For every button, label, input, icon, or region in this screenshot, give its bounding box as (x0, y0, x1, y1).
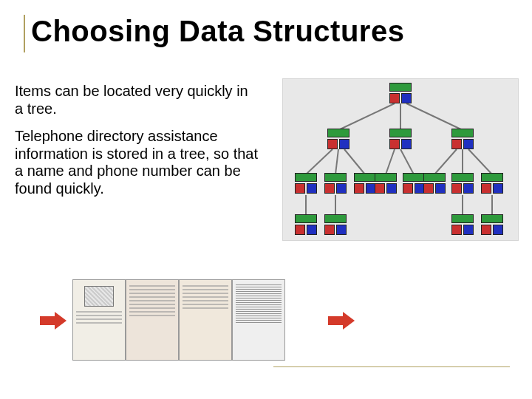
document-thumbnails (72, 279, 285, 361)
svg-line-2 (406, 103, 463, 130)
tree-node-icon (479, 214, 505, 236)
tree-node-icon (293, 173, 319, 195)
red-arrow-icon (328, 312, 355, 330)
tree-node-icon (325, 129, 352, 151)
tree-node-icon (387, 83, 414, 105)
tree-node-icon (479, 173, 505, 195)
paragraph-2: Telephone directory assistance informati… (15, 128, 259, 197)
tree-node-icon (449, 173, 476, 195)
svg-line-4 (335, 149, 338, 174)
tree-node-icon (293, 214, 319, 236)
body-copy: Items can be located very quickly in a t… (15, 83, 259, 208)
footer-rule (273, 366, 510, 367)
tree-node-icon (322, 173, 349, 195)
tree-node-icon (387, 129, 414, 151)
svg-line-6 (386, 149, 395, 174)
tree-node-icon (421, 173, 448, 195)
red-arrow-icon (40, 312, 66, 330)
tree-node-icon (372, 173, 399, 195)
document-thumbnail (72, 279, 126, 361)
tree-diagram (282, 78, 519, 241)
svg-line-7 (400, 149, 414, 174)
tree-node-icon (449, 129, 476, 151)
slide-title: Choosing Data Structures (31, 15, 404, 48)
svg-line-5 (344, 149, 365, 174)
paragraph-1: Items can be located very quickly in a t… (15, 83, 259, 117)
svg-line-3 (306, 149, 332, 174)
tree-node-icon (449, 214, 476, 236)
svg-line-8 (434, 149, 457, 174)
svg-line-0 (338, 103, 395, 130)
document-thumbnail (232, 279, 285, 361)
svg-line-10 (468, 149, 492, 174)
document-thumbnail (179, 279, 232, 361)
tree-node-icon (322, 214, 349, 236)
title-accent-rule (24, 15, 25, 52)
document-thumbnail (126, 279, 179, 361)
